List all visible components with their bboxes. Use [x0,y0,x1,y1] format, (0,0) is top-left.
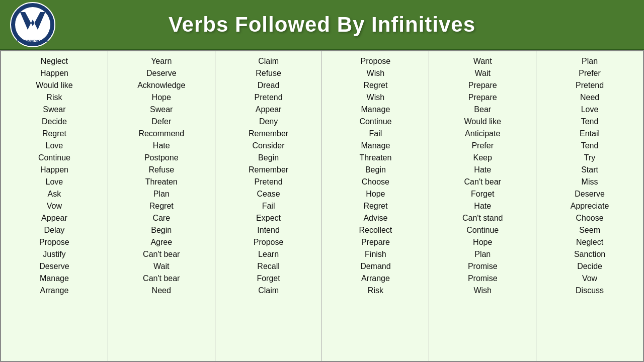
page-header: GRAMMARVOCAR Verbs Followed By Infinitiv… [0,0,644,50]
list-item: Vow [536,273,643,285]
list-item: Justify [1,248,108,260]
list-item: Refuse [108,164,215,176]
list-item: Dread [215,79,322,92]
list-item: Arrange [322,273,429,285]
list-item: Threaten [108,176,215,188]
list-item: Propose [322,55,429,67]
list-item: Fail [215,200,322,212]
list-item: Can't bear [108,248,215,260]
list-item: Choose [322,176,429,188]
column-3: ClaimRefuseDreadPretendAppearDenyRemembe… [215,51,323,361]
list-item: Bear [429,104,536,116]
list-item: Begin [108,224,215,236]
list-item: Tend [536,116,643,128]
list-item: Begin [215,152,322,164]
list-item: Neglect [536,236,643,248]
list-item: Seem [536,224,643,236]
list-item: Demand [322,260,429,273]
list-item: Defer [108,116,215,128]
list-item: Recall [215,260,322,273]
list-item: Continue [429,224,536,236]
column-6: PlanPreferPretendNeedLoveTendEntailTendT… [536,51,643,361]
list-item: Try [536,152,643,164]
list-item: Appreciate [536,200,643,212]
list-item: Ask [1,188,108,200]
list-item: Sanction [536,248,643,260]
list-item: Deserve [1,260,108,273]
list-item: Keep [429,152,536,164]
list-item: Discuss [536,285,643,297]
list-item: Remember [215,128,322,140]
list-item: Forget [215,273,322,285]
list-item: Decide [536,260,643,273]
list-item: Would like [1,79,108,92]
svg-text:GRAMMARVOCAR: GRAMMARVOCAR [17,39,48,43]
list-item: Risk [322,285,429,297]
list-item: Acknowledge [108,79,215,92]
list-item: Pretend [215,176,322,188]
list-item: Plan [536,55,643,67]
list-item: Love [1,140,108,152]
list-item: Love [536,104,643,116]
list-item: Wait [108,260,215,273]
list-item: Learn [215,248,322,260]
list-item: Pretend [215,92,322,104]
list-item: Risk [1,92,108,104]
list-item: Care [108,212,215,224]
list-item: Intend [215,224,322,236]
list-item: Decide [1,116,108,128]
column-1: NeglectHappenWould likeRiskSwearDecideRe… [1,51,108,361]
list-item: Recommend [108,128,215,140]
list-item: Wish [322,92,429,104]
list-item: Would like [429,116,536,128]
list-item: Forget [429,188,536,200]
list-item: Hope [108,92,215,104]
list-item: Claim [215,55,322,67]
list-item: Regret [108,200,215,212]
list-item: Regret [322,79,429,92]
list-item: Manage [1,273,108,285]
list-item: Appear [215,104,322,116]
list-item: Cease [215,188,322,200]
list-item: Recollect [322,224,429,236]
list-item: Deserve [108,67,215,79]
list-item: Promise [429,273,536,285]
list-item: Neglect [1,55,108,67]
list-item: Prepare [429,79,536,92]
list-item: Manage [322,140,429,152]
column-2: YearnDeserveAcknowledgeHopeSwearDeferRec… [108,51,215,361]
list-item: Remember [215,164,322,176]
list-item: Claim [215,285,322,297]
list-item: Vow [1,200,108,212]
list-item: Need [108,285,215,297]
list-item: Love [1,176,108,188]
list-item: Wish [429,285,536,297]
list-item: Plan [429,248,536,260]
list-item: Can't bear [108,273,215,285]
list-item: Propose [1,236,108,248]
list-item: Miss [536,176,643,188]
list-item: Prefer [536,67,643,79]
list-item: Hate [429,164,536,176]
list-item: Tend [536,140,643,152]
list-item: Promise [429,260,536,273]
list-item: Manage [322,104,429,116]
list-item: Swear [1,104,108,116]
page-title: Verbs Followed By Infinitives [55,13,634,37]
list-item: Plan [108,188,215,200]
list-item: Anticipate [429,128,536,140]
list-item: Swear [108,104,215,116]
list-item: Hope [429,236,536,248]
list-item: Hate [108,140,215,152]
list-item: Can't stand [429,212,536,224]
column-4: ProposeWishRegretWishManageContinueFailM… [322,51,429,361]
list-item: Need [536,92,643,104]
logo-icon: GRAMMARVOCAR [10,2,55,47]
list-item: Prepare [322,236,429,248]
list-item: Consider [215,140,322,152]
list-item: Appear [1,212,108,224]
list-item: Prefer [429,140,536,152]
list-item: Delay [1,224,108,236]
list-item: Start [536,164,643,176]
list-item: Regret [322,200,429,212]
